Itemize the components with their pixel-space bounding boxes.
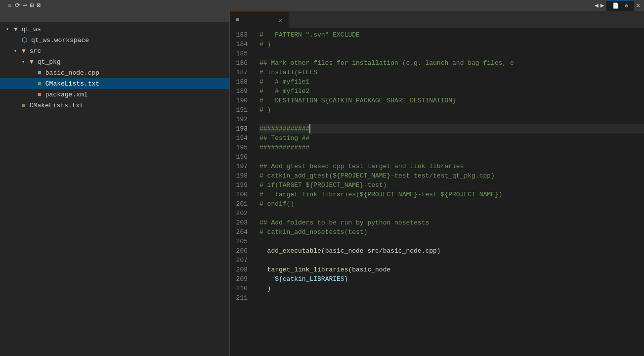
xml-icon: ■ [38, 91, 42, 98]
line-number: 189 [230, 87, 252, 96]
code-paren: (basic_node [348, 265, 390, 274]
code-line [259, 237, 644, 246]
tree-item-qt_ws[interactable]: ▾ ▼ qt_ws [0, 24, 229, 35]
line-number: 196 [230, 152, 252, 162]
nav-prev-icon[interactable]: ◀ [595, 1, 599, 9]
code-line [259, 293, 644, 303]
filter-icon[interactable]: ≡ [8, 2, 12, 9]
code-line: ${catkin_LIBRARIES} [259, 274, 644, 284]
tree-item-qt_pkg[interactable]: ▾ ▼ qt_pkg [0, 56, 229, 67]
code-line [259, 256, 644, 265]
cmake-icon: ■ [22, 102, 26, 109]
collapse-icon[interactable]: ⊠ [37, 1, 41, 9]
cursor [309, 124, 314, 134]
tree-label: CMakeLists.txt [45, 80, 99, 88]
code-comment: ############# [259, 143, 309, 152]
code-line: ## Add gtest based cpp test target and l… [259, 162, 644, 171]
line-number: 184 [230, 40, 252, 49]
line-number: 205 [230, 237, 252, 246]
code-normal [259, 265, 267, 274]
code-comment: # catkin_add_nosetests(test) [259, 227, 367, 237]
sync-icon[interactable]: ⟳ [15, 1, 20, 9]
tree-label: package.xml [45, 91, 88, 98]
code-comment: ## Mark other files for installation (e.… [259, 58, 514, 68]
code-line: # # myfile2 [259, 87, 644, 96]
code-comment: # # myfile1 [259, 77, 309, 87]
expand-icon[interactable]: ⊞ [30, 1, 34, 9]
line-number: 199 [230, 180, 252, 190]
code-comment: ## Testing ## [259, 134, 309, 143]
code-line: # catkin_add_nosetests(test) [259, 227, 644, 237]
code-line: # DESTINATION ${CATKIN_PACKAGE_SHARE_DES… [259, 96, 644, 105]
editor-tab-cmake[interactable]: ■ ✕ [230, 11, 289, 28]
line-number: 192 [230, 115, 252, 124]
cmake-icon: ■ [38, 80, 42, 88]
code-line: ############# [259, 124, 644, 134]
editor-tab-top[interactable]: 📄 ⊙ [606, 0, 635, 11]
code-comment: # # myfile2 [259, 87, 309, 96]
code-line: # install(FILES [259, 68, 644, 77]
line-number: 204 [230, 227, 252, 237]
close-icon[interactable]: ✕ [636, 1, 640, 9]
code-normal [259, 274, 275, 284]
code-line: ############# [259, 143, 644, 152]
code-paren: (basic_node src/basic_node.cpp) [321, 246, 441, 256]
tree-label: qt_ws.workspace [31, 37, 89, 44]
code-line: # endif() [259, 199, 644, 209]
line-number: 187 [230, 68, 252, 77]
pin-icon[interactable]: ⊙ [625, 2, 629, 9]
line-number: 186 [230, 58, 252, 68]
main-layout: ▾ ▼ qt_ws ⬡ qt_ws.workspace ▾ ▼ src ▾ ▼ … [0, 11, 644, 356]
code-text: ) [259, 284, 271, 293]
code-line: add_executable(basic_node src/basic_node… [259, 246, 644, 256]
tab-close-button[interactable]: ✕ [279, 16, 283, 24]
tree-arrow: ▾ [22, 59, 28, 65]
tree-arrow: ▾ [6, 26, 12, 32]
code-comment: ############# [259, 124, 309, 134]
nav-next-icon[interactable]: ▶ [601, 1, 604, 9]
line-number: 188 [230, 77, 252, 87]
code-comment: ## Add gtest based cpp test target and l… [259, 162, 464, 171]
back-icon[interactable]: ↩ [23, 1, 27, 9]
code-line: # catkin_add_gtest(${PROJECT_NAME}-test … [259, 171, 644, 180]
code-line: ) [259, 284, 644, 293]
line-number: 203 [230, 218, 252, 227]
code-comment: # ) [259, 105, 271, 115]
tree-item-src[interactable]: ▾ ▼ src [0, 45, 229, 56]
code-function: target_link_libraries [267, 265, 348, 274]
line-number: 207 [230, 256, 252, 265]
code-content: # PATTERN ".svn" EXCLUDE# ) ## Mark othe… [256, 28, 644, 356]
tree-item-CMakeLists_txt_selected[interactable]: ■ CMakeLists.txt [0, 78, 229, 89]
line-number: 195 [230, 143, 252, 152]
sidebar-header [0, 11, 229, 22]
line-number: 194 [230, 134, 252, 143]
code-line [259, 49, 644, 58]
editor-area: ■ ✕ 183184185186187188189190191192193194… [230, 11, 644, 356]
line-number: 209 [230, 274, 252, 284]
code-line: # ) [259, 40, 644, 49]
ws-file-icon: ⬡ [22, 36, 27, 44]
editor-content[interactable]: 1831841851861871881891901911921931941951… [230, 28, 644, 356]
code-comment: # target_link_libraries(${PROJECT_NAME}-… [259, 190, 502, 199]
tree-item-CMakeLists_txt_root[interactable]: ■ CMakeLists.txt [0, 100, 229, 111]
code-line [259, 115, 644, 124]
code-comment: # install(FILES [259, 68, 317, 77]
tree-item-qt_ws_workspace[interactable]: ⬡ qt_ws.workspace [0, 35, 229, 45]
code-line: # # myfile1 [259, 77, 644, 87]
code-comment: # if(TARGET ${PROJECT_NAME}-test) [259, 180, 386, 190]
line-number: 200 [230, 190, 252, 199]
code-line: target_link_libraries(basic_node [259, 265, 644, 274]
code-comment: # ) [259, 40, 271, 49]
line-number: 202 [230, 209, 252, 218]
code-line: # target_link_libraries(${PROJECT_NAME}-… [259, 190, 644, 199]
tree-item-package_xml[interactable]: ■ package.xml [0, 89, 229, 100]
code-variable: ${catkin_LIBRARIES} [275, 274, 348, 284]
code-comment: # endif() [259, 199, 294, 209]
tree-item-basic_node_cpp[interactable]: ■ basic_node.cpp [0, 67, 229, 78]
cpp-icon: ■ [38, 69, 42, 77]
code-comment: # DESTINATION ${CATKIN_PACKAGE_SHARE_DES… [259, 96, 456, 105]
code-line: ## Testing ## [259, 134, 644, 143]
line-number: 197 [230, 162, 252, 171]
line-number: 201 [230, 199, 252, 209]
line-number: 211 [230, 293, 252, 303]
